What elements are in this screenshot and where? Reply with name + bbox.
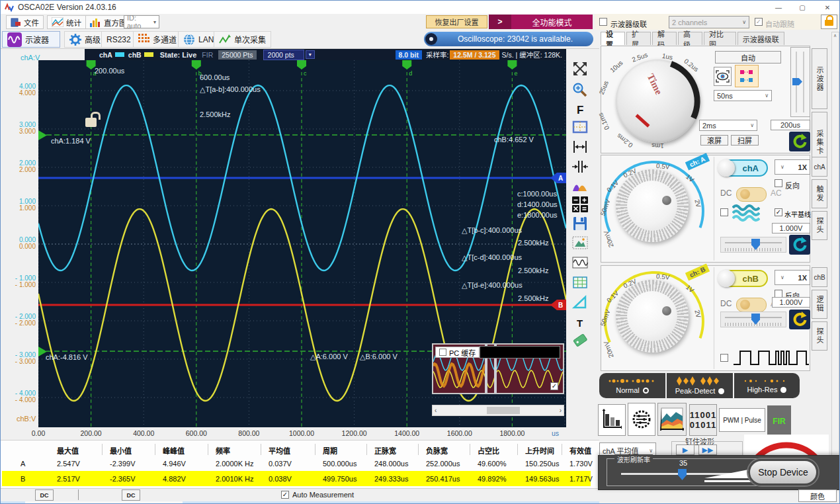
- chA-reset-button[interactable]: [789, 235, 810, 255]
- chA-wave-fill-checkbox[interactable]: [720, 208, 728, 216]
- channels-select[interactable]: 2 channels∨: [669, 16, 749, 28]
- histogram-tool-button[interactable]: [598, 404, 626, 436]
- pin-next-button[interactable]: ▶▶: [698, 444, 717, 455]
- waveform-window-icon[interactable]: [569, 253, 591, 273]
- chA-invert-checkbox[interactable]: [775, 179, 782, 187]
- pin-prev-button[interactable]: ▶: [676, 444, 694, 455]
- chA-coupling-toggle[interactable]: [736, 187, 767, 202]
- horizontal-scrollbar[interactable]: ‹ ›: [432, 405, 564, 416]
- timebase-reset-button[interactable]: [789, 132, 810, 151]
- timebase-select[interactable]: 2ms∨: [699, 120, 757, 131]
- toolbar-lan-button[interactable]: LAN: [178, 31, 219, 48]
- mode-high-res-button[interactable]: High-Res: [734, 373, 800, 398]
- side-tab-logic[interactable]: 逻辑: [812, 290, 827, 319]
- chB-position-slider[interactable]: [720, 312, 786, 327]
- tag-icon[interactable]: [569, 330, 591, 350]
- chB-volts-knob-face[interactable]: [627, 291, 677, 341]
- cursor-flag[interactable]: [192, 60, 201, 69]
- chA-position-slider[interactable]: [720, 237, 786, 253]
- chB-pulse-checkbox[interactable]: [720, 354, 728, 362]
- side-tab-oscilloscope[interactable]: 示波器: [812, 48, 827, 109]
- digital-decode-button[interactable]: 1100101011: [689, 404, 717, 436]
- panel-tab-5[interactable]: 对比图: [704, 32, 736, 45]
- cursor-flag[interactable]: [507, 60, 517, 69]
- scrollbar-thumb[interactable]: [487, 407, 520, 414]
- close-icon[interactable]: ✕: [814, 1, 840, 14]
- auto-measurement-checkbox[interactable]: ✓: [281, 491, 289, 499]
- full-function-mode-button[interactable]: > 全功能模式: [489, 15, 593, 29]
- scope-cascade-checkbox[interactable]: [599, 18, 607, 26]
- toolbar-single-capture-button[interactable]: 单次采集: [214, 31, 271, 48]
- side-tab-probe-a[interactable]: 探头: [812, 211, 827, 240]
- scroll-up-icon[interactable]: ∧: [833, 33, 837, 38]
- chA-probe-select[interactable]: ∨1X: [775, 159, 810, 175]
- chevron-down-icon[interactable]: ▾: [306, 50, 315, 59]
- side-tab-chB[interactable]: chB: [812, 267, 827, 287]
- ruler-icon[interactable]: [569, 292, 591, 312]
- chB-reset-button[interactable]: [789, 310, 810, 329]
- panel-tab-4[interactable]: 高级: [678, 32, 702, 45]
- statistics-menu-button[interactable]: 统计: [47, 15, 86, 29]
- side-tab-probe-b[interactable]: 探头: [812, 321, 827, 351]
- cursor-flag[interactable]: [402, 60, 411, 69]
- sweep-mode-button[interactable]: 扫屏: [731, 135, 759, 146]
- vertical-scrollbar[interactable]: ∧ ∨: [831, 32, 839, 460]
- auto-follow-checkbox[interactable]: ✓: [755, 18, 763, 26]
- device-id-select[interactable]: ID: auto▾: [124, 15, 159, 28]
- save-icon[interactable]: [569, 214, 591, 233]
- toolbar-multichannel-button[interactable]: 多通道: [133, 31, 182, 48]
- points-select[interactable]: 2000 pts: [263, 50, 304, 60]
- chA-toggle-knob[interactable]: [718, 159, 735, 177]
- screenshot-icon[interactable]: [569, 233, 591, 253]
- settings-tool-button[interactable]: [628, 403, 655, 436]
- chB-toggle-knob[interactable]: [718, 270, 735, 287]
- scroll-left-icon[interactable]: ‹: [435, 407, 437, 414]
- trigger-marker-icon[interactable]: [38, 130, 47, 140]
- display-mode-button[interactable]: [735, 65, 759, 87]
- preview-corner-checkbox[interactable]: ✓: [550, 382, 558, 390]
- buffer-preview-panel[interactable]: PC 缓存 ✓: [432, 343, 564, 394]
- trigger-sensitivity-select[interactable]: 50ns∨: [714, 90, 772, 101]
- unlock-icon[interactable]: [85, 112, 99, 129]
- toolbar-rs232-button[interactable]: RS232: [101, 31, 136, 48]
- chA-baseline-checkbox[interactable]: ✓: [775, 208, 782, 216]
- mode-normal-button[interactable]: Normal: [599, 373, 665, 398]
- spectrum-tool-button[interactable]: [657, 403, 687, 436]
- math-icon[interactable]: [569, 194, 591, 214]
- auto-setup-button[interactable]: 自动: [715, 51, 781, 63]
- stop-device-button[interactable]: Stop Device: [748, 459, 818, 485]
- toolbar-advanced-button[interactable]: 高级: [64, 31, 106, 48]
- minimize-icon[interactable]: —: [767, 1, 790, 14]
- roll-mode-button[interactable]: 滚屏: [700, 135, 728, 146]
- color-settings-button[interactable]: 颜色: [798, 489, 837, 502]
- slider-thumb[interactable]: [792, 78, 802, 85]
- horizontal-cursor-icon[interactable]: [569, 137, 591, 157]
- chA-coupling-button[interactable]: DC: [35, 489, 54, 501]
- chB-coupling-toggle[interactable]: [736, 298, 767, 312]
- fullscreen-icon[interactable]: [569, 59, 591, 79]
- pc-cache-checkbox[interactable]: [439, 349, 446, 356]
- panel-tab-3[interactable]: 解码: [652, 32, 677, 45]
- chB-probe-select[interactable]: ∨1X: [775, 270, 810, 285]
- panel-tab-6[interactable]: 示波器级联: [737, 32, 785, 45]
- factory-reset-button[interactable]: 恢复出厂设置: [426, 15, 487, 28]
- zoom-in-icon[interactable]: [569, 80, 591, 100]
- chB-coupling-button[interactable]: DC: [122, 489, 140, 501]
- horizontal-position-slider[interactable]: [790, 47, 810, 117]
- file-menu-button[interactable]: 文件: [6, 15, 44, 29]
- panel-tab-2[interactable]: 扩展: [626, 32, 651, 45]
- distribution-icon[interactable]: [569, 175, 591, 195]
- mode-peak-detect-button[interactable]: Peak-Detect: [667, 373, 733, 398]
- table-icon[interactable]: [569, 273, 591, 292]
- scroll-right-icon[interactable]: ›: [560, 407, 562, 414]
- side-tab-trigger[interactable]: 触发: [812, 179, 827, 208]
- toolbar-oscilloscope-button[interactable]: 示波器: [2, 31, 60, 48]
- panel-tab-1[interactable]: 设置: [601, 32, 625, 45]
- cursor-flag[interactable]: [297, 60, 306, 69]
- pwm-pulse-button[interactable]: PWM | Pulse: [719, 408, 765, 432]
- chA-volts-knob-face[interactable]: [627, 181, 677, 231]
- eye-view-button[interactable]: [714, 67, 732, 86]
- grid-frame-icon[interactable]: [569, 117, 591, 137]
- lock-button[interactable]: [821, 15, 837, 29]
- side-tab-chA[interactable]: chA: [812, 157, 827, 177]
